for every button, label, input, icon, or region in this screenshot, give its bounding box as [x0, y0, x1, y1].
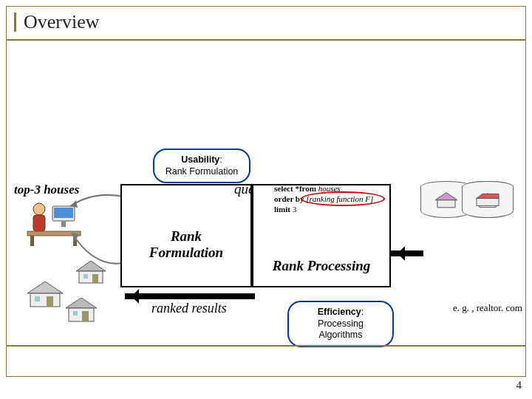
svg-rect-19: [82, 311, 89, 321]
usability-bubble: Usability:Rank Formulation: [153, 149, 250, 183]
svg-rect-11: [92, 274, 98, 283]
ranked-results-label: ranked results: [151, 301, 227, 316]
svg-marker-21: [72, 233, 79, 242]
svg-marker-16: [66, 298, 97, 308]
svg-rect-10: [83, 274, 88, 279]
title-accent-bar: [14, 13, 16, 32]
svg-marker-24: [435, 193, 457, 200]
arrow-db-to-processing: [391, 250, 423, 256]
svg-rect-1: [33, 215, 45, 231]
svg-rect-14: [35, 296, 40, 301]
svg-rect-6: [30, 236, 34, 246]
page-number: 4: [516, 379, 522, 392]
bottom-divider: [7, 345, 525, 347]
svg-rect-18: [73, 311, 78, 316]
svg-rect-25: [437, 200, 455, 208]
svg-marker-20: [70, 200, 78, 208]
svg-marker-27: [477, 194, 499, 198]
svg-rect-4: [61, 221, 66, 227]
svg-rect-15: [47, 296, 53, 307]
efficiency-bubble: Efficiency:Processing Algorithms: [287, 301, 394, 347]
slide-title: Overview: [24, 11, 100, 33]
svg-rect-9: [79, 271, 103, 283]
svg-rect-17: [69, 308, 94, 321]
rank-processing-label: Rank Processing: [258, 258, 385, 274]
svg-marker-12: [27, 282, 63, 293]
svg-rect-26: [477, 198, 499, 205]
title-bar: Overview: [7, 7, 525, 38]
ranking-function-highlight: [301, 191, 385, 206]
slide-frame: Overview top-3 houses RankF: [6, 6, 526, 377]
example-caption: e. g. , realtor. com: [453, 302, 522, 314]
house-icon: [63, 295, 100, 326]
rank-formulation-label: RankFormulation: [138, 228, 234, 261]
arrow-ranked-results: [125, 293, 255, 299]
svg-point-0: [33, 203, 45, 215]
house-icon: [24, 279, 66, 311]
title-divider: [7, 39, 525, 41]
database-cluster: [420, 181, 524, 299]
